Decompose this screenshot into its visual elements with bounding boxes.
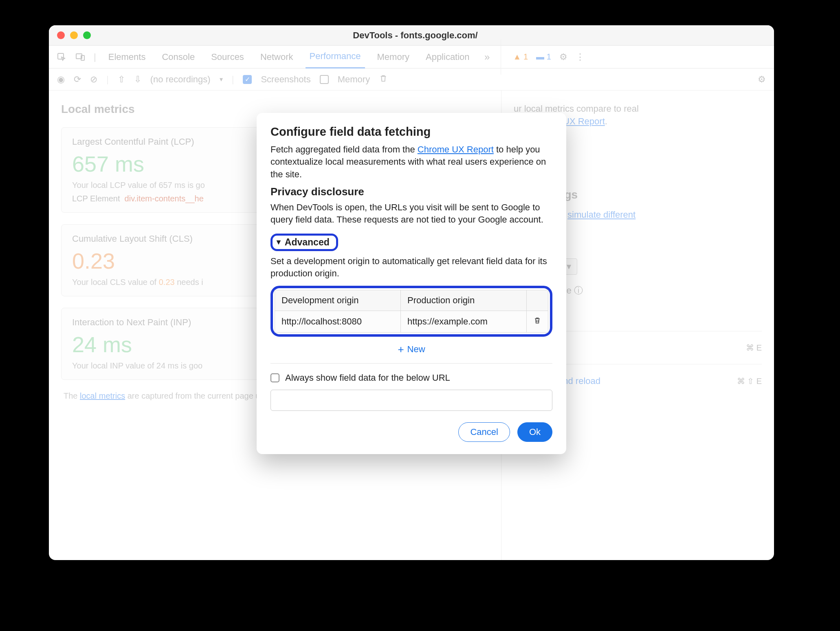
upload-icon[interactable]: ⇧ — [118, 74, 125, 85]
memory-checkbox[interactable] — [320, 75, 329, 84]
trash-toolbar-icon[interactable] — [379, 74, 388, 85]
tab-elements[interactable]: Elements — [104, 46, 150, 68]
more-tabs-icon[interactable]: » — [482, 52, 493, 62]
privacy-body: When DevTools is open, the URLs you visi… — [270, 201, 552, 226]
prod-origin-cell[interactable]: https://example.com — [401, 311, 527, 332]
cancel-button[interactable]: Cancel — [458, 422, 510, 442]
screenshots-checkbox[interactable]: ✓ — [243, 75, 252, 84]
tab-sources[interactable]: Sources — [207, 46, 248, 68]
issues-badge[interactable]: ▬ 1 — [536, 52, 551, 62]
svg-rect-0 — [58, 53, 64, 59]
dialog-title: Configure field data fetching — [270, 125, 552, 139]
settings-gear-icon[interactable]: ⚙ — [758, 74, 766, 85]
url-override-input[interactable] — [270, 390, 552, 411]
gear-icon[interactable]: ⚙ — [559, 52, 567, 62]
recordings-dropdown[interactable]: (no recordings) — [150, 74, 211, 85]
advanced-label: Advanced — [285, 237, 330, 248]
tab-network[interactable]: Network — [256, 46, 297, 68]
tab-performance[interactable]: Performance — [306, 45, 365, 68]
origin-mapping-table: Development origin Production origin htt… — [275, 290, 548, 333]
kebab-icon[interactable]: ⋮ — [576, 52, 585, 62]
origin-row: http://localhost:8080 https://example.co… — [275, 311, 548, 332]
divider — [270, 363, 552, 364]
memory-label: Memory — [338, 74, 370, 85]
record-shortcut: ⌘ E — [746, 343, 762, 353]
screenshots-label: Screenshots — [261, 74, 310, 85]
col-actions — [527, 290, 548, 311]
local-metrics-link[interactable]: local metrics — [80, 391, 125, 400]
panel-tabbar: | Elements Console Sources Network Perfo… — [49, 46, 774, 68]
always-show-checkbox[interactable] — [270, 373, 279, 382]
inspect-icon[interactable] — [56, 52, 67, 62]
clear-icon[interactable]: ⊘ — [90, 74, 97, 85]
devtools-window: DevTools - fonts.google.com/ | Elements … — [49, 25, 774, 560]
disclosure-triangle-icon: ▼ — [275, 238, 282, 247]
col-prod-origin: Production origin — [401, 290, 527, 311]
tab-application[interactable]: Application — [422, 46, 474, 68]
dialog-intro: Fetch aggregated field data from the Chr… — [270, 143, 552, 181]
record-reload-shortcut: ⌘ ⇧ E — [737, 376, 762, 386]
device-toggle-icon[interactable] — [75, 52, 86, 62]
dropdown-caret-icon[interactable]: ▾ — [220, 75, 223, 83]
simulate-link[interactable]: simulate different — [567, 210, 635, 220]
dev-origin-cell[interactable]: http://localhost:8080 — [275, 311, 401, 332]
advanced-disclosure[interactable]: ▼ Advanced — [270, 234, 338, 251]
tab-memory[interactable]: Memory — [373, 46, 413, 68]
warning-badge[interactable]: ▲ 1 — [513, 52, 528, 62]
close-window-button[interactable] — [57, 31, 65, 39]
record-icon[interactable]: ◉ — [57, 74, 65, 85]
crux-link[interactable]: Chrome UX Report — [418, 144, 494, 154]
col-dev-origin: Development origin — [275, 290, 401, 311]
advanced-desc: Set a development origin to automaticall… — [270, 255, 552, 280]
plus-icon: + — [398, 343, 404, 356]
add-new-mapping-button[interactable]: + New — [398, 343, 425, 356]
minimize-window-button[interactable] — [70, 31, 78, 39]
download-icon[interactable]: ⇩ — [134, 74, 141, 85]
delete-row-button[interactable] — [527, 311, 548, 332]
zoom-window-button[interactable] — [83, 31, 91, 39]
privacy-title: Privacy disclosure — [270, 185, 552, 198]
ok-button[interactable]: Ok — [517, 422, 552, 442]
new-label: New — [407, 344, 425, 355]
field-data-config-dialog: Configure field data fetching Fetch aggr… — [257, 113, 566, 454]
reload-icon[interactable]: ⟳ — [74, 74, 81, 85]
always-show-label: Always show field data for the below URL — [285, 373, 450, 383]
tab-console[interactable]: Console — [158, 46, 199, 68]
origin-mapping-highlight: Development origin Production origin htt… — [270, 286, 552, 337]
traffic-lights — [57, 31, 91, 39]
